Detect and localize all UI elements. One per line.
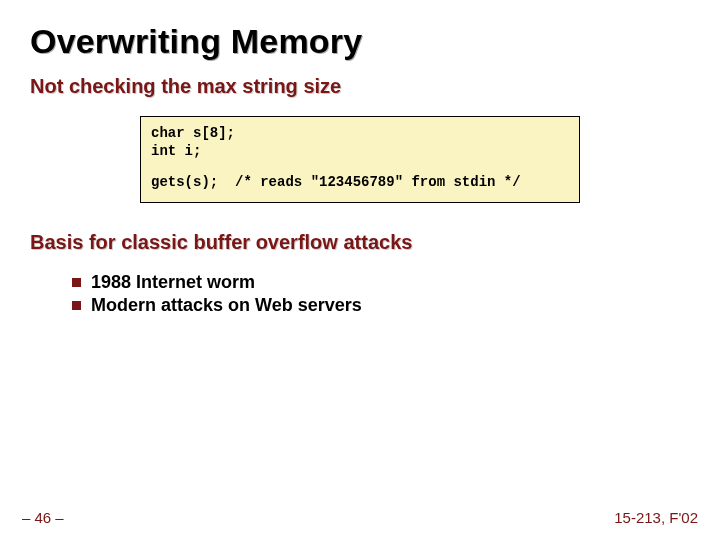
code-line: int i; — [151, 143, 569, 161]
list-item: 1988 Internet worm — [72, 272, 690, 293]
slide-footer: – 46 – 15-213, F'02 — [0, 509, 720, 526]
page-number: – 46 – — [22, 509, 64, 526]
course-label: 15-213, F'02 — [614, 509, 698, 526]
bullet-list: 1988 Internet worm Modern attacks on Web… — [72, 272, 690, 316]
subheading-basis: Basis for classic buffer overflow attack… — [30, 231, 690, 254]
subheading-not-checking: Not checking the max string size — [30, 75, 690, 98]
code-line: char s[8]; — [151, 125, 569, 143]
square-bullet-icon — [72, 278, 81, 287]
square-bullet-icon — [72, 301, 81, 310]
code-blank-line — [151, 160, 569, 174]
slide: Overwriting Memory Not checking the max … — [0, 0, 720, 540]
code-line: gets(s); /* reads "123456789" from stdin… — [151, 174, 569, 192]
code-block: char s[8]; int i; gets(s); /* reads "123… — [140, 116, 580, 203]
slide-title: Overwriting Memory — [30, 22, 690, 61]
list-item: Modern attacks on Web servers — [72, 295, 690, 316]
bullet-text: Modern attacks on Web servers — [91, 295, 362, 316]
bullet-text: 1988 Internet worm — [91, 272, 255, 293]
